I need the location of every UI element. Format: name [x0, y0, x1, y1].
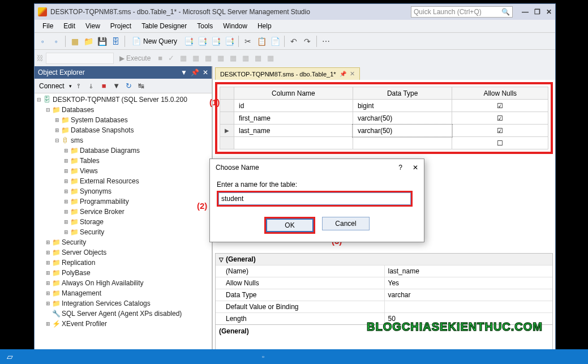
- system-databases-node[interactable]: ⊞📁System Databases: [35, 115, 212, 125]
- tb-icon-2[interactable]: 📑: [196, 36, 208, 47]
- window-title: DESKTOP-TQPNM8T.sms - dbo.Table_1* - Mic…: [50, 8, 407, 16]
- menu-help[interactable]: Help: [253, 21, 276, 31]
- paste-icon[interactable]: 📄: [269, 36, 281, 47]
- ok-button[interactable]: OK: [266, 219, 314, 232]
- tb-more-icon[interactable]: ⋯: [320, 36, 332, 47]
- database-diagrams-node[interactable]: ⊞📁Database Diagrams: [35, 145, 212, 156]
- stb-6: ▦: [241, 54, 251, 62]
- statusbar-icon: ▱: [7, 352, 13, 361]
- menu-window[interactable]: Window: [218, 21, 252, 31]
- cut-icon[interactable]: ✂: [242, 36, 254, 47]
- polybase-node[interactable]: ⊞📁PolyBase: [35, 268, 212, 278]
- nav-back-icon[interactable]: ◦: [37, 36, 48, 47]
- tab-pin-icon[interactable]: 📌: [340, 71, 346, 77]
- cell-data-type[interactable]: bigint: [353, 100, 452, 112]
- tables-node[interactable]: ⊞📁Tables: [35, 156, 212, 166]
- cell-data-type[interactable]: varchar(50): [353, 125, 452, 137]
- connect-icon-1[interactable]: ⫯: [74, 81, 84, 91]
- nav-fwd-icon[interactable]: ◦: [50, 36, 62, 47]
- props-section-header[interactable]: ▽ (General): [216, 254, 552, 265]
- dialog-titlebar: Choose Name ? ✕: [210, 159, 424, 176]
- dropdown-icon[interactable]: ▼: [181, 68, 187, 76]
- databases-node[interactable]: ⊟📁Databases: [35, 105, 212, 115]
- sql-agent-node[interactable]: 🔧SQL Server Agent (Agent XPs disabled): [35, 309, 212, 319]
- menu-view[interactable]: View: [81, 21, 105, 31]
- refresh-icon[interactable]: ↻: [124, 81, 134, 91]
- storage-node[interactable]: ⊞📁Storage: [35, 217, 212, 227]
- cell-allow-nulls[interactable]: ☑: [452, 112, 548, 125]
- menu-file[interactable]: File: [38, 21, 58, 31]
- execute-button[interactable]: ▶ Execute: [116, 54, 154, 62]
- security-node[interactable]: ⊞📁Security: [35, 237, 212, 247]
- menu-tools[interactable]: Tools: [192, 21, 217, 31]
- grid-row[interactable]: id bigint ☑: [220, 100, 548, 112]
- cell-allow-nulls[interactable]: ☑: [452, 100, 548, 112]
- synonyms-node[interactable]: ⊞📁Synonyms: [35, 186, 212, 196]
- menu-project[interactable]: Project: [106, 21, 136, 31]
- filter-icon[interactable]: ▼: [111, 81, 122, 91]
- tb-icon-1[interactable]: 📑: [183, 36, 194, 47]
- menu-table-designer[interactable]: Table Designer: [137, 21, 191, 31]
- undo-icon[interactable]: ↶: [288, 36, 299, 47]
- views-node[interactable]: ⊞📁Views: [35, 166, 212, 176]
- service-broker-node[interactable]: ⊞📁Service Broker: [35, 207, 212, 217]
- prop-val-default[interactable]: [384, 301, 553, 312]
- xevent-node[interactable]: ⊞⚡XEvent Profiler: [35, 319, 212, 329]
- execute-label: Execute: [126, 54, 151, 62]
- cell-col-name[interactable]: last_name: [234, 125, 353, 137]
- tb-icon-3[interactable]: 📑: [210, 36, 221, 47]
- save-icon[interactable]: 💾: [96, 36, 108, 47]
- prop-val-name[interactable]: last_name: [384, 265, 553, 277]
- prop-val-type[interactable]: varchar: [384, 289, 553, 301]
- copy-icon[interactable]: 📋: [256, 36, 267, 47]
- sync-icon[interactable]: ↹: [136, 81, 147, 91]
- maximize-button[interactable]: ❐: [534, 8, 540, 16]
- cell-col-name[interactable]: id: [234, 100, 353, 112]
- replication-node[interactable]: ⊞📁Replication: [35, 258, 212, 268]
- always-on-node[interactable]: ⊞📁Always On High Availability: [35, 278, 212, 288]
- server-objects-node[interactable]: ⊞📁Server Objects: [35, 247, 212, 258]
- table-name-input[interactable]: [218, 192, 411, 205]
- pin-icon[interactable]: 📌: [191, 68, 199, 76]
- prop-val-nulls[interactable]: Yes: [384, 277, 553, 289]
- minimize-button[interactable]: —: [522, 8, 529, 16]
- object-tree[interactable]: ⊟🗄DESKTOP-TQPNM8T (SQL Server 15.0.200 ⊟…: [35, 93, 212, 353]
- close-panel-icon[interactable]: ✕: [203, 68, 208, 76]
- cell-col-name[interactable]: first_name: [234, 112, 353, 125]
- cancel-button[interactable]: Cancel: [322, 217, 370, 230]
- grid-row[interactable]: first_name varchar(50) ☑: [220, 112, 548, 125]
- collapse-icon[interactable]: ▽: [219, 256, 224, 263]
- columns-grid[interactable]: Column Name Data Type Allow Nulls id big…: [220, 87, 548, 149]
- redo-icon[interactable]: ↷: [302, 36, 313, 47]
- connect-icon-2[interactable]: ⫰: [87, 81, 97, 91]
- database-dropdown[interactable]: [46, 53, 114, 64]
- tb2-icon[interactable]: ⛓: [37, 54, 44, 62]
- security-inner-node[interactable]: ⊞📁Security: [35, 227, 212, 237]
- help-icon[interactable]: ?: [398, 164, 402, 172]
- tb-icon-4[interactable]: 📑: [224, 36, 235, 47]
- new-query-button[interactable]: 📄 New Query: [128, 37, 181, 45]
- stop-connect-icon[interactable]: ■: [99, 81, 109, 91]
- open-icon[interactable]: 📁: [83, 36, 94, 47]
- dialog-close-icon[interactable]: ✕: [413, 164, 418, 172]
- stb-4: ▦: [216, 54, 226, 62]
- management-node[interactable]: ⊞📁Management: [35, 288, 212, 298]
- grid-row-empty[interactable]: ☐: [220, 137, 548, 149]
- external-resources-node[interactable]: ⊞📁External Resources: [35, 176, 212, 186]
- tab-table-designer[interactable]: DESKTOP-TQPNM8T.sms - dbo.Table_1* 📌 ✕: [215, 67, 360, 80]
- cell-allow-nulls[interactable]: ☑: [452, 125, 548, 137]
- connect-button[interactable]: Connect: [37, 82, 67, 90]
- database-snapshots-node[interactable]: ⊞📁Database Snapshots: [35, 125, 212, 135]
- tab-close-icon[interactable]: ✕: [350, 70, 355, 78]
- save-all-icon[interactable]: 🗄: [110, 36, 121, 47]
- server-node[interactable]: ⊟🗄DESKTOP-TQPNM8T (SQL Server 15.0.200: [35, 95, 212, 105]
- menu-edit[interactable]: Edit: [59, 21, 80, 31]
- quick-launch-input[interactable]: Quick Launch (Ctrl+Q) 🔍: [411, 6, 513, 18]
- close-button[interactable]: ✕: [546, 8, 552, 16]
- cell-data-type[interactable]: varchar(50): [353, 112, 452, 125]
- grid-row[interactable]: ▶ last_name varchar(50) ☑: [220, 125, 548, 137]
- integration-node[interactable]: ⊞📁Integration Services Catalogs: [35, 298, 212, 309]
- sms-db-node[interactable]: ⊟🛢sms: [35, 135, 212, 145]
- new-item-icon[interactable]: ▦: [69, 36, 80, 47]
- programmability-node[interactable]: ⊞📁Programmability: [35, 196, 212, 207]
